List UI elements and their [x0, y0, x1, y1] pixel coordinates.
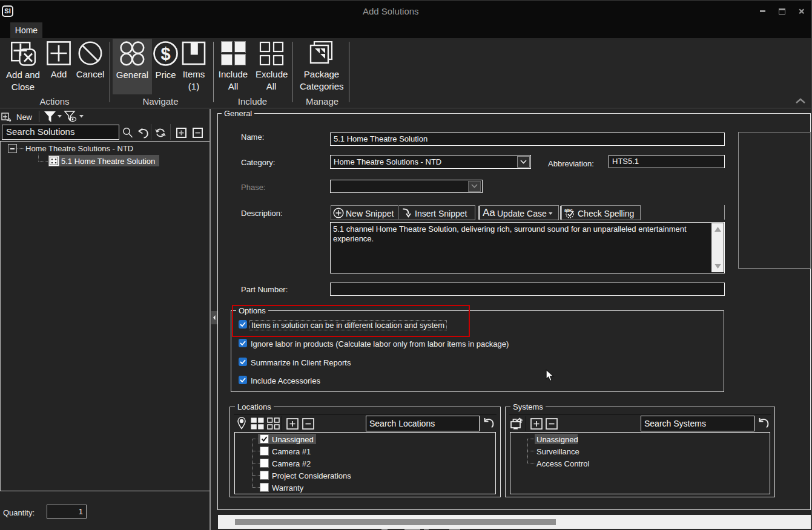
svg-text:$: $ [160, 44, 170, 64]
svg-text:abc: abc [564, 208, 573, 213]
